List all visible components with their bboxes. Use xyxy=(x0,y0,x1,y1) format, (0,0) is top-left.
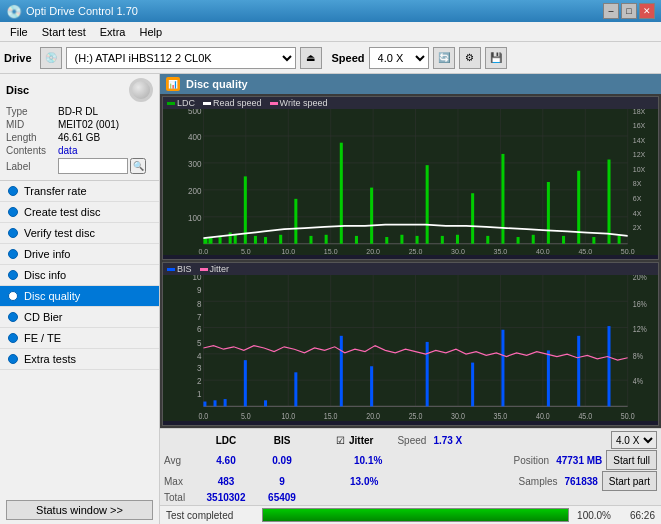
svg-text:8%: 8% xyxy=(633,351,643,361)
minimize-button[interactable]: – xyxy=(603,3,619,19)
svg-rect-48 xyxy=(254,236,257,244)
toolbar: Drive 💿 (H:) ATAPI iHBS112 2 CL0K ⏏ Spee… xyxy=(0,42,661,74)
svg-text:5.0: 5.0 xyxy=(241,247,251,255)
status-window-button[interactable]: Status window >> xyxy=(6,500,153,520)
content-area: 📊 Disc quality LDC Read speed xyxy=(160,74,661,524)
ldc-chart: LDC Read speed Write speed xyxy=(162,96,659,260)
nav-label: CD Bier xyxy=(24,311,63,323)
sidebar-item-create-test-disc[interactable]: Create test disc xyxy=(0,202,159,223)
sidebar-item-disc-info[interactable]: Disc info xyxy=(0,265,159,286)
svg-text:12X: 12X xyxy=(633,150,646,159)
bis-legend-label: BIS xyxy=(177,264,192,274)
nav-label: Create test disc xyxy=(24,206,100,218)
position-label: Position xyxy=(514,455,550,466)
refresh-button[interactable]: 🔄 xyxy=(433,47,455,69)
sidebar-item-fe-te[interactable]: FE / TE xyxy=(0,328,159,349)
drive-icon-btn[interactable]: 💿 xyxy=(40,47,62,69)
svg-text:8: 8 xyxy=(197,298,202,309)
writespeed-legend-label: Write speed xyxy=(280,98,328,108)
sidebar-item-cd-bier[interactable]: CD Bier xyxy=(0,307,159,328)
nav-menu: Transfer rate Create test disc Verify te… xyxy=(0,181,159,370)
sidebar-item-transfer-rate[interactable]: Transfer rate xyxy=(0,181,159,202)
nav-dot xyxy=(8,228,18,238)
speed-stat-value: 1.73 X xyxy=(433,435,462,446)
menu-file[interactable]: File xyxy=(4,24,34,40)
disc-icon xyxy=(129,78,153,102)
svg-text:15.0: 15.0 xyxy=(324,247,338,255)
sidebar-item-drive-info[interactable]: Drive info xyxy=(0,244,159,265)
close-button[interactable]: ✕ xyxy=(639,3,655,19)
svg-rect-61 xyxy=(441,236,444,244)
svg-text:16%: 16% xyxy=(633,299,647,309)
speed-stat-select[interactable]: 4.0 X xyxy=(611,431,657,449)
svg-text:20.0: 20.0 xyxy=(366,411,380,421)
svg-text:6X: 6X xyxy=(633,194,642,203)
drive-select[interactable]: (H:) ATAPI iHBS112 2 CL0K xyxy=(66,47,296,69)
svg-text:40.0: 40.0 xyxy=(536,411,550,421)
progress-section: Test completed 100.0% 66:26 xyxy=(160,505,661,524)
mid-value: MEIT02 (001) xyxy=(58,119,119,130)
nav-dot xyxy=(8,354,18,364)
svg-text:7: 7 xyxy=(197,311,202,322)
menu-start-test[interactable]: Start test xyxy=(36,24,92,40)
main-layout: Disc Type BD-R DL MID MEIT02 (001) Lengt… xyxy=(0,74,661,524)
svg-text:4: 4 xyxy=(197,350,202,361)
svg-text:4%: 4% xyxy=(633,377,643,387)
ldc-chart-svg: 500 400 300 200 100 18X 16X 14X 12X 10X … xyxy=(163,109,658,255)
menu-help[interactable]: Help xyxy=(133,24,168,40)
sidebar-item-extra-tests[interactable]: Extra tests xyxy=(0,349,159,370)
sidebar-item-disc-quality[interactable]: Disc quality xyxy=(0,286,159,307)
svg-text:20.0: 20.0 xyxy=(366,247,380,255)
save-button[interactable]: 💾 xyxy=(485,47,507,69)
svg-text:45.0: 45.0 xyxy=(578,411,592,421)
svg-text:5.0: 5.0 xyxy=(241,411,251,421)
svg-text:45.0: 45.0 xyxy=(578,247,592,255)
start-full-button[interactable]: Start full xyxy=(606,450,657,470)
sidebar-item-verify-test-disc[interactable]: Verify test disc xyxy=(0,223,159,244)
nav-label: Transfer rate xyxy=(24,185,87,197)
status-text: Test completed xyxy=(166,510,256,521)
stats-bar: LDC BIS ☑ Jitter Speed 1.73 X 4.0 X Avg … xyxy=(160,428,661,505)
svg-text:18X: 18X xyxy=(633,109,646,116)
label-input[interactable] xyxy=(58,158,128,174)
sidebar: Disc Type BD-R DL MID MEIT02 (001) Lengt… xyxy=(0,74,160,524)
samples-value: 761838 xyxy=(564,476,597,487)
svg-rect-55 xyxy=(355,236,358,244)
disc-panel-title: Disc xyxy=(6,84,29,96)
total-label: Total xyxy=(164,492,196,503)
jitter-header: Jitter xyxy=(349,435,373,446)
avg-ldc: 4.60 xyxy=(200,455,252,466)
svg-rect-73 xyxy=(618,236,621,244)
menu-extra[interactable]: Extra xyxy=(94,24,132,40)
bis-legend-dot xyxy=(167,268,175,271)
nav-dot xyxy=(8,291,18,301)
max-jitter: 13.0% xyxy=(350,476,378,487)
nav-label: Disc info xyxy=(24,269,66,281)
start-part-button[interactable]: Start part xyxy=(602,471,657,491)
svg-rect-72 xyxy=(607,160,610,244)
eject-button[interactable]: ⏏ xyxy=(300,47,322,69)
svg-rect-54 xyxy=(340,143,343,244)
svg-rect-51 xyxy=(294,199,297,244)
avg-bis: 0.09 xyxy=(256,455,308,466)
svg-rect-52 xyxy=(309,236,312,244)
svg-text:3: 3 xyxy=(197,362,202,373)
svg-text:0.0: 0.0 xyxy=(198,411,208,421)
svg-text:200: 200 xyxy=(188,186,202,197)
chart-title: Disc quality xyxy=(186,78,248,90)
svg-rect-64 xyxy=(486,236,489,244)
svg-rect-68 xyxy=(547,182,550,244)
svg-rect-49 xyxy=(264,237,267,244)
speed-select[interactable]: 4.0 X 2.0 X 8.0 X xyxy=(369,47,429,69)
nav-dot xyxy=(8,312,18,322)
settings-button[interactable]: ⚙ xyxy=(459,47,481,69)
svg-rect-63 xyxy=(471,193,474,244)
label-search-button[interactable]: 🔍 xyxy=(130,158,146,174)
type-label: Type xyxy=(6,106,58,117)
svg-rect-50 xyxy=(279,235,282,244)
charts-container: LDC Read speed Write speed xyxy=(160,94,661,428)
progress-time: 66:26 xyxy=(617,510,655,521)
svg-text:2: 2 xyxy=(197,376,202,387)
max-label: Max xyxy=(164,476,196,487)
maximize-button[interactable]: □ xyxy=(621,3,637,19)
